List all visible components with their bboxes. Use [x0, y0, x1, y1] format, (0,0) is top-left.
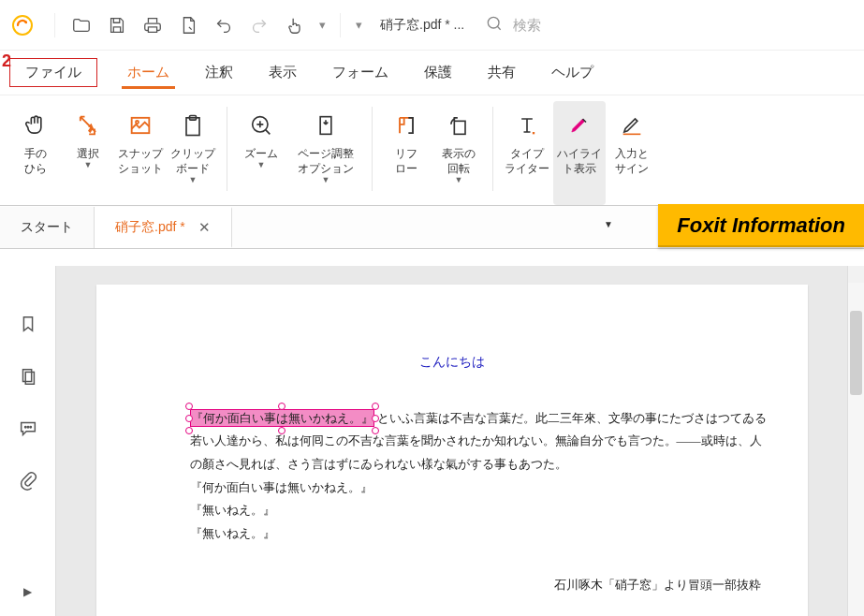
- quick-access-toolbar: ▾ ▾ 硝子窓.pdf * ...: [0, 0, 864, 51]
- page-adjust-dropdown[interactable]: ▼: [322, 176, 330, 184]
- resize-handle[interactable]: [372, 427, 379, 434]
- redo-button[interactable]: [244, 10, 274, 40]
- document-title: 硝子窓.pdf * ...: [380, 17, 464, 34]
- tab-home[interactable]: ホーム: [122, 58, 175, 87]
- tab-view[interactable]: 表示: [263, 58, 302, 87]
- citation: 石川啄木「硝子窓」より冒頭一部抜粋: [190, 574, 770, 597]
- paragraph-3: 『無いねえ。』: [190, 499, 770, 522]
- attachments-panel-button[interactable]: [15, 468, 41, 494]
- touch-mode-dropdown[interactable]: ▾: [315, 10, 329, 40]
- clipboard-button[interactable]: クリップ ボード ▼: [167, 101, 219, 205]
- comments-panel-button[interactable]: [15, 416, 41, 442]
- svg-rect-10: [22, 370, 31, 382]
- tab-share[interactable]: 共有: [482, 58, 521, 87]
- clipboard-dropdown[interactable]: ▼: [189, 176, 198, 184]
- tab-protect[interactable]: 保護: [418, 58, 458, 87]
- tab-file[interactable]: ファイル: [9, 58, 97, 87]
- svg-point-13: [27, 426, 28, 427]
- typewriter-button[interactable]: タイプ ライター: [501, 101, 553, 205]
- fill-sign-label: 入力と サイン: [615, 146, 649, 176]
- save-button[interactable]: [102, 10, 132, 40]
- paragraph-1: 『何か面白い事は無いかねえ。』 といふ言葉は不吉な言葉だ。此二三年來、文學の事に…: [190, 407, 770, 477]
- reflow-label: リフ ロー: [395, 146, 417, 176]
- svg-point-4: [136, 121, 139, 124]
- doc-tab-start-label: スタート: [21, 219, 73, 236]
- highlighted-text: 『何か面白い事は無いかねえ。』: [190, 409, 374, 427]
- clipboard-icon: [180, 107, 206, 144]
- rotate-dropdown[interactable]: ▼: [455, 176, 463, 184]
- ribbon-separator: [227, 107, 227, 191]
- ribbon-tabs: ファイル ホーム 注釈 表示 フォーム 保護 共有 ヘルプ: [0, 51, 864, 95]
- select-tool-label: 選択: [77, 146, 99, 161]
- select-icon: [75, 107, 101, 144]
- pages-panel-button[interactable]: [15, 363, 41, 389]
- print-button[interactable]: [138, 10, 168, 40]
- resize-handle[interactable]: [278, 427, 286, 434]
- main-area: ▶ こんにちは 『何か面白い事は無いかねえ。』 といふ言葉は不吉な言葉だ。此二三…: [0, 266, 864, 616]
- foxit-info-banner[interactable]: Foxit Information: [658, 204, 864, 247]
- side-panel: ▶: [0, 266, 56, 616]
- document-button[interactable]: [173, 10, 203, 40]
- resize-handle[interactable]: [372, 415, 379, 422]
- zoom-dropdown[interactable]: ▼: [257, 161, 266, 169]
- close-tab-icon[interactable]: ✕: [198, 219, 211, 236]
- undo-button[interactable]: [209, 10, 239, 40]
- svg-rect-9: [454, 121, 465, 134]
- app-logo: [9, 12, 36, 38]
- resize-handle[interactable]: [185, 403, 193, 410]
- pdf-page: こんにちは 『何か面白い事は無いかねえ。』 といふ言葉は不吉な言葉だ。此二三年來…: [96, 285, 808, 616]
- fill-sign-icon: [619, 107, 645, 144]
- scrollbar-thumb[interactable]: [850, 311, 862, 395]
- tab-form[interactable]: フォーム: [327, 58, 394, 87]
- touch-mode-button[interactable]: [280, 10, 310, 40]
- select-tool-button[interactable]: 選択 ▼: [62, 101, 114, 205]
- highlight-annotation-selected[interactable]: 『何か面白い事は無いかねえ。』: [190, 407, 374, 431]
- qat-customize-dropdown[interactable]: ▾: [352, 10, 365, 40]
- hand-tool-button[interactable]: 手の ひら: [9, 101, 62, 205]
- search-box: [485, 14, 663, 36]
- snapshot-icon: [127, 107, 154, 144]
- svg-point-12: [24, 426, 25, 427]
- zoom-button[interactable]: ズーム ▼: [235, 101, 287, 205]
- hand-icon: [22, 107, 49, 144]
- vertical-scrollbar[interactable]: [847, 266, 864, 616]
- rotate-view-button[interactable]: 表示の 回転 ▼: [432, 101, 485, 205]
- svg-point-14: [30, 426, 31, 427]
- rotate-label: 表示の 回転: [442, 146, 476, 176]
- resize-handle[interactable]: [185, 415, 193, 422]
- typewriter-icon: [514, 107, 540, 144]
- tab-annotate[interactable]: 注釈: [199, 58, 239, 87]
- reflow-icon: [393, 107, 419, 144]
- clipboard-label: クリップ ボード: [170, 146, 215, 176]
- open-button[interactable]: [66, 10, 96, 40]
- separator: [54, 13, 55, 37]
- ribbon-home: 手の ひら 選択 ▼ スナップ ショット クリップ ボード ▼ ズーム ▼ ペー…: [0, 95, 864, 206]
- doc-tab-current[interactable]: 硝子窓.pdf * ✕: [95, 207, 232, 248]
- bookmarks-panel-button[interactable]: [15, 311, 41, 337]
- snapshot-label: スナップ ショット: [118, 146, 163, 176]
- page-viewport[interactable]: こんにちは 『何か面白い事は無いかねえ。』 といふ言葉は不吉な言葉だ。此二三年來…: [56, 266, 847, 616]
- page-adjust-button[interactable]: ページ調整 オプション ▼: [287, 101, 364, 205]
- highlight-button[interactable]: ハイライ ト表示: [553, 101, 606, 205]
- search-input[interactable]: [513, 17, 663, 33]
- snapshot-button[interactable]: スナップ ショット: [114, 101, 167, 205]
- resize-handle[interactable]: [372, 403, 379, 410]
- document-tabs-row: スタート 硝子窓.pdf * ✕ ▼ Foxit Information: [0, 206, 864, 249]
- search-icon: [485, 14, 504, 36]
- tabs-overflow-dropdown[interactable]: ▼: [604, 219, 613, 229]
- expand-panel-button[interactable]: ▶: [15, 579, 41, 605]
- highlight-icon: [566, 107, 593, 144]
- paragraph-4: 『無いねえ。』: [190, 522, 770, 546]
- rotate-icon: [446, 107, 472, 144]
- hand-tool-label: 手の ひら: [24, 146, 47, 176]
- page-adjust-icon: [313, 107, 339, 144]
- resize-handle[interactable]: [278, 403, 286, 410]
- resize-handle[interactable]: [185, 427, 193, 434]
- tab-help[interactable]: ヘルプ: [546, 58, 599, 87]
- svg-rect-8: [320, 117, 331, 135]
- reflow-button[interactable]: リフ ロー: [380, 101, 432, 205]
- paragraph-2: 『何か面白い事は無いかねえ。』: [190, 477, 770, 500]
- fill-sign-button[interactable]: 入力と サイン: [606, 101, 658, 205]
- select-dropdown[interactable]: ▼: [84, 161, 93, 169]
- doc-tab-start[interactable]: スタート: [0, 207, 95, 248]
